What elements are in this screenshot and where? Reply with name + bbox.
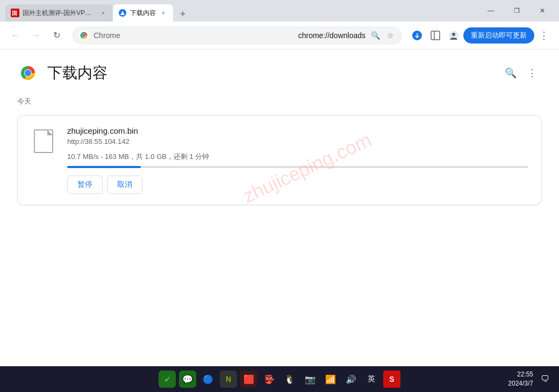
- download-actions: 暂停 取消: [67, 176, 528, 194]
- svg-point-15: [25, 70, 31, 76]
- progress-bar-fill: [67, 166, 141, 168]
- tab-group: 国 国外主机测评-国外VPS、国... × 下载内容 × +: [0, 0, 190, 21]
- download-card: zhujiceping.com.bin http://38.55.104.142…: [17, 115, 542, 205]
- address-bar[interactable]: Chrome chrome://downloads 🔍 ☆: [72, 26, 402, 45]
- search-icon[interactable]: 🔍: [370, 30, 381, 41]
- page-search-button[interactable]: 🔍: [501, 63, 520, 83]
- taskbar-lang-btn[interactable]: 英: [363, 371, 380, 388]
- taskbar-time: 22:55 2024/3/7: [508, 370, 533, 388]
- page-header: 下载内容 🔍 ⋮: [0, 49, 559, 92]
- taskbar-right: 22:55 2024/3/7 🗨: [508, 370, 553, 388]
- tab1-close[interactable]: ×: [99, 9, 108, 17]
- taskbar-icon-bluetooth[interactable]: 🔵: [199, 371, 217, 388]
- url-text: chrome://downloads: [298, 31, 366, 40]
- taskbar: ✔ 💬 🔵 N 🟥 👺 🐧 📷 📶 🔊 英: [0, 366, 559, 392]
- tab2-favicon: [118, 9, 127, 17]
- tab2-close[interactable]: ×: [159, 9, 168, 17]
- chrome-brand-icon: [78, 30, 89, 41]
- download-info: zhujiceping.com.bin http://38.55.104.142…: [67, 126, 528, 194]
- file-icon: [34, 129, 53, 153]
- refresh-icon: ↻: [53, 30, 60, 40]
- tab1-title: 国外主机测评-国外VPS、国...: [23, 9, 96, 18]
- maximize-button[interactable]: ❐: [504, 2, 529, 19]
- svg-point-7: [82, 34, 85, 37]
- progress-bar-bg: [67, 166, 528, 168]
- taskbar-icon-app2[interactable]: 🐧: [281, 371, 298, 388]
- svg-rect-9: [431, 31, 440, 40]
- taskbar-icon-camera[interactable]: 📷: [302, 371, 319, 388]
- section-today-label: 今天: [0, 92, 559, 111]
- taskbar-notify-button[interactable]: 🗨: [538, 372, 553, 387]
- address-text: Chrome: [94, 31, 294, 40]
- file-icon-wrap: [31, 126, 56, 156]
- svg-point-12: [452, 33, 455, 36]
- download-filename: zhujiceping.com.bin: [67, 126, 528, 135]
- close-button[interactable]: ✕: [530, 2, 555, 19]
- tab1-favicon: 国: [11, 9, 19, 17]
- downloads-toolbar-icon[interactable]: [408, 27, 426, 44]
- taskbar-icon-game[interactable]: 🟥: [240, 371, 257, 388]
- pause-button[interactable]: 暂停: [67, 176, 103, 194]
- new-tab-button[interactable]: +: [175, 6, 190, 21]
- page-header-left: 下载内容: [17, 62, 108, 84]
- taskbar-icons: ✔ 💬 🔵 N 🟥 👺 🐧 📷 📶 🔊 英: [6, 371, 553, 388]
- download-progress-text: 10.7 MB/s - 163 MB，共 1.0 GB，还剩 1 分钟: [67, 152, 528, 162]
- taskbar-icon-wechat[interactable]: 💬: [179, 371, 196, 388]
- page-header-icons: 🔍 ⋮: [501, 63, 542, 83]
- tab-2[interactable]: 下载内容 ×: [113, 4, 173, 21]
- page-menu-icon: ⋮: [527, 67, 537, 79]
- window-controls: — ❐ ✕: [478, 2, 559, 19]
- page-content: zhujiceping.com 下载内容 🔍 ⋮ 今天: [0, 49, 559, 366]
- toolbar-icons: 重新启动即可更新 ⋮: [408, 27, 553, 44]
- refresh-button[interactable]: ↻: [47, 26, 66, 45]
- tab-1[interactable]: 国 国外主机测评-国外VPS、国... ×: [5, 4, 113, 21]
- forward-button[interactable]: →: [27, 26, 45, 45]
- cancel-button[interactable]: 取消: [107, 176, 142, 194]
- taskbar-sougou-btn[interactable]: S: [383, 371, 400, 388]
- minimize-button[interactable]: —: [478, 2, 503, 19]
- download-url: http://38.55.104.142: [67, 137, 528, 146]
- notify-icon: 🗨: [541, 374, 549, 384]
- browser-menu-icon[interactable]: ⋮: [535, 27, 553, 44]
- bookmark-icon[interactable]: ☆: [385, 30, 396, 41]
- sidebar-toggle-icon[interactable]: [427, 27, 444, 44]
- update-button[interactable]: 重新启动即可更新: [463, 27, 534, 43]
- taskbar-icon-volume[interactable]: 🔊: [342, 371, 360, 388]
- nav-bar: ← → ↻ Chrome chrome://downloads 🔍 ☆: [0, 21, 559, 49]
- title-bar: 国 国外主机测评-国外VPS、国... × 下载内容 × + — ❐ ✕: [0, 0, 559, 21]
- taskbar-icon-wifi[interactable]: 📶: [322, 371, 339, 388]
- taskbar-icon-check[interactable]: ✔: [159, 371, 176, 388]
- page-menu-button[interactable]: ⋮: [522, 63, 542, 83]
- tab2-title: 下载内容: [130, 9, 156, 18]
- taskbar-sougou-text: S: [389, 375, 394, 383]
- page-title: 下载内容: [47, 63, 108, 83]
- forward-icon: →: [32, 31, 40, 40]
- taskbar-icon-nvidia[interactable]: N: [220, 371, 237, 388]
- page-search-icon: 🔍: [505, 67, 517, 79]
- taskbar-lang-text: 英: [368, 374, 375, 384]
- back-icon: ←: [11, 31, 20, 40]
- back-button[interactable]: ←: [6, 26, 25, 45]
- taskbar-icon-app1[interactable]: 👺: [261, 371, 278, 388]
- svg-text:国: 国: [12, 10, 17, 16]
- profile-icon[interactable]: [445, 27, 462, 44]
- chrome-logo: [17, 62, 39, 84]
